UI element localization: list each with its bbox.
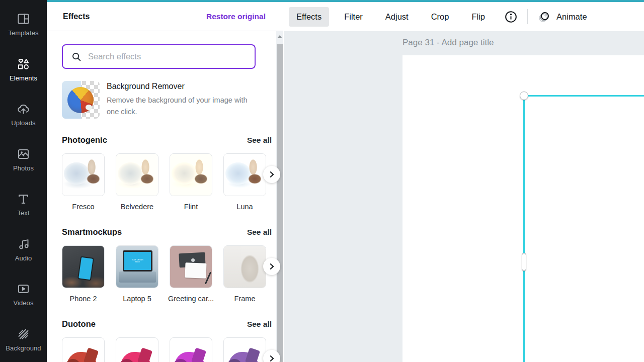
effect-thumb-fresco[interactable]: Fresco	[62, 153, 105, 211]
uploads-icon	[17, 102, 30, 116]
search-box	[62, 44, 256, 69]
sidebar-item-label: Elements	[10, 74, 37, 82]
mockup-thumb-phone2[interactable]: Phone 2	[62, 245, 105, 303]
app-window: Templates Elements Uploads Photos	[0, 0, 644, 362]
effect-preview-image	[170, 154, 212, 196]
section-header-photogenic: Photogenic See all	[62, 135, 272, 145]
animate-button[interactable]: Animate	[537, 10, 587, 24]
mockup-preview-image: YOUR DESIGN HERE	[116, 246, 158, 288]
photos-icon	[17, 147, 30, 161]
panel-scrollbar	[276, 31, 283, 362]
sidebar-item-label: Videos	[13, 299, 33, 307]
tab-adjust[interactable]: Adjust	[378, 7, 416, 27]
mockup-preview-image	[62, 246, 104, 288]
sidebar-item-label: Templates	[8, 29, 38, 37]
section-title: Smartmockups	[62, 227, 122, 237]
selection-side-handle[interactable]	[522, 253, 526, 271]
background-remover-description: Remove the background of your image with…	[107, 95, 255, 118]
sidebar-item-videos[interactable]: Videos	[0, 272, 47, 317]
effect-preview-image	[116, 154, 158, 196]
chevron-right-icon	[268, 355, 275, 362]
effect-thumb-flint[interactable]: Flint	[170, 153, 212, 211]
duotone-thumb-3[interactable]	[170, 337, 212, 362]
sidebar-item-audio[interactable]: Audio	[0, 227, 47, 273]
mockup-thumb-greeting-card[interactable]: Greeting car...	[170, 245, 212, 303]
videos-icon	[17, 282, 30, 296]
templates-icon	[17, 12, 30, 26]
photogenic-next-button[interactable]	[263, 166, 280, 183]
effects-panel-header: Effects Restore original	[47, 2, 283, 31]
effects-panel: Effects Restore original Background Remo…	[47, 2, 283, 362]
background-remover-item[interactable]: Background Remover Remove the background…	[62, 81, 268, 119]
sidebar-item-templates[interactable]: Templates	[0, 2, 47, 47]
audio-icon	[17, 237, 30, 251]
see-all-link[interactable]: See all	[247, 320, 272, 329]
sidebar-item-background[interactable]: Background	[0, 317, 47, 362]
section-header-duotone: Duotone See all	[62, 319, 272, 329]
scrollbar-thumb[interactable]	[277, 44, 283, 362]
chevron-right-icon	[268, 263, 275, 270]
effect-thumb-luna[interactable]: Luna	[223, 153, 266, 211]
elements-icon	[17, 57, 30, 71]
info-button[interactable]	[502, 8, 519, 25]
thumb-label: Fresco	[72, 203, 94, 211]
thumb-label: Phone 2	[69, 295, 97, 303]
scrollbar-up-arrow[interactable]	[276, 33, 283, 40]
sidebar: Templates Elements Uploads Photos	[0, 0, 47, 362]
restore-original-link[interactable]: Restore original	[206, 12, 266, 21]
thumb-label: Belvedere	[121, 203, 153, 211]
mockup-preview-image	[224, 246, 266, 288]
panel-title: Effects	[63, 12, 90, 21]
duotone-thumb-1[interactable]	[62, 337, 105, 362]
background-remover-title: Background Remover	[107, 82, 255, 91]
see-all-link[interactable]: See all	[247, 228, 272, 237]
effects-panel-body: Background Remover Remove the background…	[47, 31, 283, 362]
sidebar-item-uploads[interactable]: Uploads	[0, 92, 47, 137]
photogenic-row: Fresco Belvedere Flint Luna	[62, 153, 283, 211]
sidebar-item-label: Photos	[13, 164, 34, 172]
effect-thumb-belvedere[interactable]: Belvedere	[116, 153, 158, 211]
duotone-thumb-2[interactable]	[116, 337, 158, 362]
mockup-preview-image	[170, 246, 212, 288]
canvas-area: Page 31 - Add page title	[284, 31, 644, 362]
tab-effects[interactable]: Effects	[289, 7, 329, 27]
duotone-thumb-4[interactable]	[223, 337, 266, 362]
search-icon	[71, 51, 82, 62]
sidebar-item-label: Audio	[15, 254, 32, 262]
animate-icon	[537, 10, 551, 24]
selection-corner-handle[interactable]	[520, 92, 528, 100]
beach-ball-graphic	[67, 87, 94, 113]
thumb-label: Greeting car...	[168, 295, 214, 303]
sidebar-item-elements[interactable]: Elements	[0, 47, 47, 93]
duotone-preview-image	[174, 352, 205, 362]
effect-preview-image	[62, 154, 104, 196]
text-icon	[17, 192, 30, 206]
sidebar-item-label: Uploads	[11, 119, 35, 127]
mockup-thumb-frame[interactable]: Frame	[223, 245, 266, 303]
sidebar-item-label: Background	[6, 344, 41, 352]
duotone-row	[62, 337, 283, 362]
effect-preview-image	[224, 154, 266, 196]
background-icon	[17, 327, 30, 341]
background-remover-text: Background Remover Remove the background…	[107, 81, 255, 119]
sidebar-item-photos[interactable]: Photos	[0, 137, 47, 183]
selection-border-top	[523, 95, 644, 97]
tab-filter[interactable]: Filter	[337, 7, 370, 27]
see-all-link[interactable]: See all	[247, 136, 272, 145]
mockup-thumb-laptop5[interactable]: YOUR DESIGN HERE Laptop 5	[116, 245, 158, 303]
smartmockups-next-button[interactable]	[263, 258, 280, 275]
background-remover-thumbnail	[62, 81, 100, 119]
duotone-preview-image	[228, 352, 259, 362]
smartmockups-row: Phone 2 YOUR DESIGN HERE Laptop 5	[62, 245, 283, 303]
duotone-preview-image	[120, 352, 151, 362]
tab-flip[interactable]: Flip	[464, 7, 493, 27]
sidebar-item-text[interactable]: Text	[0, 182, 47, 227]
search-input[interactable]	[88, 52, 248, 61]
laptop-screen-text: YOUR DESIGN HERE	[131, 259, 144, 263]
tab-crop[interactable]: Crop	[424, 7, 457, 27]
chevron-right-icon	[268, 171, 275, 178]
animate-label: Animate	[556, 12, 587, 22]
page-title-label[interactable]: Page 31 - Add page title	[403, 38, 494, 48]
thumb-label: Flint	[184, 203, 198, 211]
section-title: Duotone	[62, 319, 96, 329]
